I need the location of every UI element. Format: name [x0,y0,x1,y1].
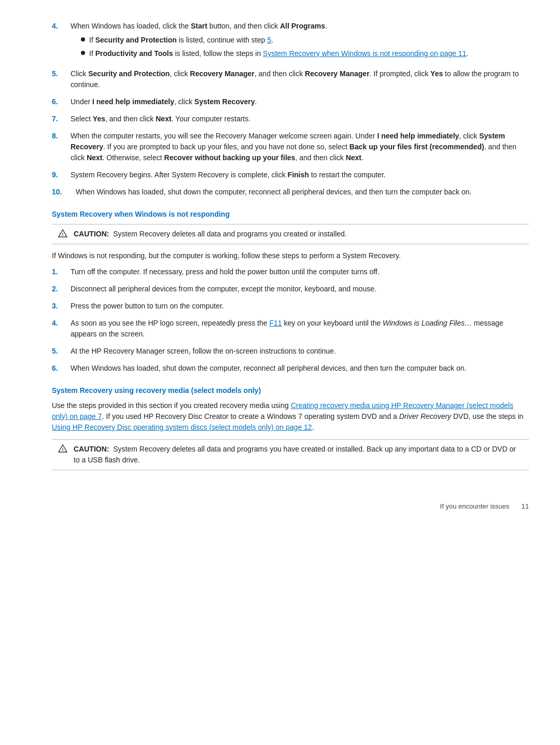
s1-step-5: 5. At the HP Recovery Manager screen, fo… [52,346,529,357]
step-9: 9. System Recovery begins. After System … [52,170,529,180]
section1-heading: System Recovery when Windows is not resp… [52,209,529,220]
step-6-num: 6. [52,96,71,107]
s1-step-5-num: 5. [52,346,71,357]
bullet-4-1: If Security and Protection is listed, co… [81,35,529,46]
step-6-text: Under I need help immediately, click Sys… [71,97,257,106]
bullet-4-2: If Productivity and Tools is listed, fol… [81,48,529,59]
step-7-text: Select Yes, and then click Next. Your co… [71,115,250,123]
s1-step-3-text: Press the power button to turn on the co… [71,302,224,310]
step-10: 10. When Windows has loaded, shut down t… [52,187,529,198]
step-4-bullets: If Security and Protection is listed, co… [81,35,529,59]
s1-step-4: 4. As soon as you see the HP logo screen… [52,318,529,340]
section1-intro: If Windows is not responding, but the co… [52,250,529,261]
caution-icon-2: ! [58,444,67,453]
s1-step-3-content: Press the power button to turn on the co… [71,301,529,312]
warning-triangle-icon-2: ! [58,444,67,453]
bullet-4-2-text: If Productivity and Tools is listed, fol… [89,48,468,59]
bullet-dot-2 [81,51,85,55]
step-8-content: When the computer restarts, you will see… [71,131,529,163]
s1-step-1-num: 1. [52,266,71,277]
link-step5[interactable]: 5 [267,36,271,44]
step-10-num: 10. [52,187,76,198]
caution-1-text: CAUTION: System Recovery deletes all dat… [74,229,347,240]
s1-step-4-content: As soon as you see the HP logo screen, r… [71,318,529,340]
step-10-content: When Windows has loaded, shut down the c… [76,187,529,198]
s1-step-1-content: Turn off the computer. If necessary, pre… [71,266,529,277]
s1-step-1: 1. Turn off the computer. If necessary, … [52,266,529,277]
svg-text:!: ! [62,447,64,452]
s1-step-6-content: When Windows has loaded, shut down the c… [71,363,529,374]
s1-step-5-text: At the HP Recovery Manager screen, follo… [71,347,336,355]
s1-step-6: 6. When Windows has loaded, shut down th… [52,363,529,374]
step-7: 7. Select Yes, and then click Next. Your… [52,114,529,124]
step-10-text: When Windows has loaded, shut down the c… [76,188,471,196]
bullet-dot [81,37,85,41]
step-5: 5. Click Security and Protection, click … [52,68,529,90]
s1-step-6-num: 6. [52,363,71,374]
step-9-num: 9. [52,170,71,180]
step-5-text: Click Security and Protection, click Rec… [71,69,519,89]
link-sys-recovery[interactable]: System Recovery when Windows is not resp… [263,49,466,58]
step-9-text: System Recovery begins. After System Rec… [71,171,386,179]
link-f11[interactable]: F11 [269,319,282,327]
step-4-content: When Windows has loaded, click the Start… [71,21,529,62]
section-recovery-media: System Recovery using recovery media (se… [52,385,529,470]
step-5-content: Click Security and Protection, click Rec… [71,68,529,90]
svg-text:!: ! [62,232,64,237]
s1-step-4-text: As soon as you see the HP logo screen, r… [71,319,503,338]
s1-step-2: 2. Disconnect all peripheral devices fro… [52,284,529,294]
steps-top-list: 4. When Windows has loaded, click the St… [52,21,529,198]
link-using-hp-recovery[interactable]: Using HP Recovery Disc operating system … [52,423,312,431]
section1-steps-list: 1. Turn off the computer. If necessary, … [52,266,529,374]
footer-page-num: 11 [522,502,529,510]
s1-step-1-text: Turn off the computer. If necessary, pre… [71,268,380,276]
step-8-text: When the computer restarts, you will see… [71,132,516,162]
step-5-num: 5. [52,68,71,90]
s1-step-3-num: 3. [52,301,71,312]
step-4: 4. When Windows has loaded, click the St… [52,21,529,62]
s1-step-4-num: 4. [52,318,71,340]
section-not-responding: System Recovery when Windows is not resp… [52,209,529,374]
caution-2-label: CAUTION: [74,445,109,453]
s1-step-5-content: At the HP Recovery Manager screen, follo… [71,346,529,357]
step-7-content: Select Yes, and then click Next. Your co… [71,114,529,124]
s1-step-2-text: Disconnect all peripheral devices from t… [71,285,376,293]
footer: If you encounter issues 11 [52,501,529,512]
step-4-text: When Windows has loaded, click the Start… [71,22,327,30]
step-8-num: 8. [52,131,71,163]
caution-box-2: ! CAUTION: System Recovery deletes all d… [52,439,529,470]
step-4-num: 4. [52,21,71,62]
caution-icon-1: ! [58,229,67,237]
caution-1-label: CAUTION: [74,230,109,238]
s1-step-2-content: Disconnect all peripheral devices from t… [71,284,529,294]
s1-step-6-text: When Windows has loaded, shut down the c… [71,364,466,372]
step-9-content: System Recovery begins. After System Rec… [71,170,529,180]
step-6: 6. Under I need help immediately, click … [52,96,529,107]
caution-box-1: ! CAUTION: System Recovery deletes all d… [52,224,529,244]
s1-step-2-num: 2. [52,284,71,294]
s1-step-3: 3. Press the power button to turn on the… [52,301,529,312]
bullet-4-1-text: If Security and Protection is listed, co… [89,35,273,46]
section2-heading: System Recovery using recovery media (se… [52,385,529,396]
step-8: 8. When the computer restarts, you will … [52,131,529,163]
step-7-num: 7. [52,114,71,124]
section2-intro: Use the steps provided in this section i… [52,400,529,433]
warning-triangle-icon: ! [58,229,67,237]
footer-text: If you encounter issues [440,502,510,510]
caution-2-text: CAUTION: System Recovery deletes all dat… [74,444,523,466]
step-6-content: Under I need help immediately, click Sys… [71,96,529,107]
